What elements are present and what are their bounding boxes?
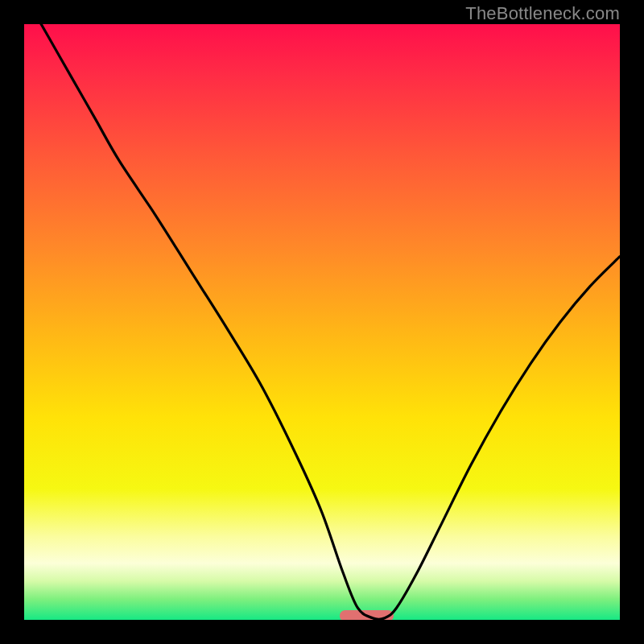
watermark-text: TheBottleneck.com [465,3,620,24]
chart-frame: TheBottleneck.com [0,0,644,644]
curve-layer [24,24,620,620]
plot-area [24,24,620,620]
bottleneck-curve [24,24,620,619]
